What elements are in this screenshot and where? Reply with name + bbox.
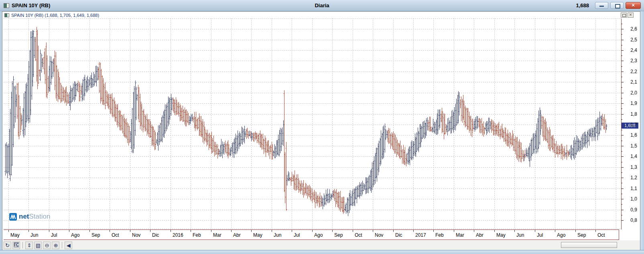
y-axis-label: 1,7 (630, 122, 637, 127)
y-axis-label: 2,3 (630, 58, 637, 63)
refresh-button[interactable]: ↻ (4, 242, 11, 249)
x-axis-label: Abr (233, 232, 241, 238)
x-axis-label: Dic (152, 232, 159, 238)
fit-vertical-button[interactable]: ⇕ (25, 242, 33, 249)
x-axis-label: 2017 (415, 232, 426, 238)
x-axis-label: Feb (435, 232, 444, 238)
zoom-in-button[interactable]: ⊕ (52, 242, 59, 249)
x-axis-label: Ago (71, 232, 79, 238)
x-axis-tick (494, 230, 495, 232)
x-axis-label: 2016 (173, 232, 183, 238)
y-axis-label: 1,4 (630, 154, 637, 159)
window-frame-right (640, 11, 644, 250)
y-axis-label: 1,6 (630, 132, 637, 138)
netstation-logo: netStation (9, 213, 50, 221)
x-axis-label: Jul (51, 232, 57, 238)
x-axis-tick (474, 230, 474, 232)
x-axis-tick (353, 230, 353, 232)
y-axis-label: 1,0 (630, 196, 637, 202)
x-axis-label: Oct (112, 232, 119, 238)
toolbar-separator (62, 242, 62, 248)
x-axis-tick (28, 230, 29, 232)
y-axis-label: 2,5 (630, 37, 637, 43)
y-axis[interactable]: 1,688 2,62,52,42,32,22,12,01,91,81,71,61… (621, 18, 640, 229)
close-icon: ✕ (631, 3, 635, 8)
x-axis-tick (575, 230, 576, 232)
y-axis-label: 2,0 (630, 90, 637, 96)
y-axis-label: 2,2 (630, 69, 637, 74)
chart-header: SPAIN 10Y (RB) (1,688, 1,705, 1,649, 1,6… (2, 12, 640, 18)
zoom-out-button[interactable]: ⊖ (43, 242, 51, 249)
x-axis-tick (595, 230, 596, 232)
y-axis-label: 1,3 (630, 164, 637, 170)
x-axis-label: May (10, 232, 20, 238)
y-axis-label: 1,2 (630, 175, 637, 180)
x-axis-tick (373, 230, 373, 232)
x-axis-tick (49, 230, 49, 232)
y-axis-label: 0,9 (630, 207, 637, 213)
x-axis-tick (272, 230, 272, 232)
x-axis-label: Ago (557, 232, 565, 238)
x-axis-label: Sep (577, 232, 586, 238)
x-axis-tick (150, 230, 150, 232)
x-axis-tick (171, 230, 171, 232)
scrollbar-thumb[interactable] (561, 242, 617, 248)
x-axis-tick (251, 230, 252, 232)
x-axis-label: Sep (334, 232, 343, 238)
y-axis-label: 2,6 (630, 26, 637, 32)
y-axis-label: 2,1 (630, 79, 637, 85)
y-axis-label: 1,9 (630, 100, 637, 106)
x-axis-tick (535, 230, 535, 232)
netstation-logo-icon (9, 213, 17, 221)
price-chart-canvas[interactable] (4, 18, 624, 229)
window-frame-bottom (0, 250, 644, 254)
horizontal-scrollbar[interactable]: ▶ (67, 242, 628, 248)
x-axis-tick (433, 230, 434, 232)
logo-text-net: net (19, 213, 29, 220)
x-axis-label: Oct (597, 232, 605, 238)
x-axis-tick (555, 230, 555, 232)
minimize-button[interactable] (595, 2, 608, 9)
restore-button[interactable] (610, 2, 624, 9)
x-axis-label: Mar (456, 232, 464, 238)
x-axis[interactable]: MayJunJulAgoSepOctNovDic2016FebMarAbrMay… (4, 229, 619, 240)
chart-panel: SPAIN 10Y (RB) (1,688, 1,705, 1,649, 1,6… (2, 11, 640, 250)
x-axis-label: Dic (395, 232, 402, 238)
panel-restore-button[interactable] (621, 12, 627, 18)
x-axis-label: Oct (355, 232, 362, 238)
x-axis-tick (130, 230, 130, 232)
x-axis-label: Mar (213, 232, 221, 238)
x-axis-tick (211, 230, 211, 232)
x-axis-tick (231, 230, 232, 232)
x-axis-label: Abr (476, 232, 484, 238)
chart-toolbar: ↻FC⇕▧⊖⊕◀ ▶ (2, 240, 640, 250)
y-axis-label: 1,1 (630, 186, 637, 191)
y-axis-label: 0,8 (630, 217, 637, 223)
y-axis-label: 1,8 (630, 111, 637, 117)
window-titlebar[interactable]: SPAIN 10Y (RB) Diaria 1,688 ✕ (0, 0, 644, 11)
x-axis-tick (413, 230, 414, 232)
x-axis-tick (312, 230, 313, 232)
titlebar-last-price: 1,688 (576, 2, 589, 8)
close-button[interactable]: ✕ (626, 2, 641, 9)
x-axis-label: May (253, 232, 262, 238)
y-axis-label: 1,5 (630, 143, 637, 149)
x-axis-label: Ago (314, 232, 323, 238)
chart-window-icon (4, 3, 9, 8)
x-axis-tick (89, 230, 90, 232)
instrument-icon (4, 13, 9, 17)
zoom-area-button[interactable]: ▧ (34, 242, 42, 249)
y-axis-label: 2,4 (630, 47, 637, 53)
x-axis-tick (110, 230, 110, 232)
x-axis-label: May (496, 232, 506, 238)
logo-text-station: Station (29, 213, 51, 220)
window-title: SPAIN 10Y (RB) (12, 2, 50, 8)
x-axis-tick (69, 230, 69, 232)
toolbar-separator (22, 242, 23, 248)
x-axis-tick (393, 230, 394, 232)
fc-format-button[interactable]: FC (12, 242, 20, 249)
panel-close-button[interactable]: ✕ (628, 12, 634, 18)
x-axis-tick (514, 230, 515, 232)
x-axis-label: Jul (537, 232, 543, 238)
x-axis-label: Jun (30, 232, 38, 238)
